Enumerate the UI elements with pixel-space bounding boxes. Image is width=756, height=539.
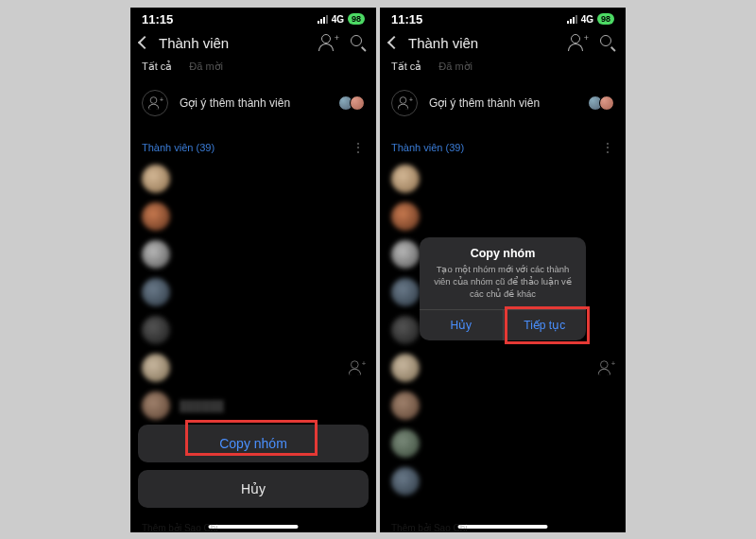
avatar [391, 240, 420, 269]
status-right: 4G 98 [567, 13, 614, 25]
tabs: Tất cả Đã mời [380, 61, 626, 80]
list-item[interactable] [391, 462, 614, 500]
footer-hint: Thêm bởi Sao Chi [142, 523, 217, 532]
add-friend-icon[interactable]: + [598, 360, 612, 374]
suggest-icon: + [142, 90, 168, 116]
suggest-label: Gợi ý thêm thành viên [429, 96, 576, 110]
add-friend-icon[interactable]: + [349, 360, 363, 374]
header: Thành viên + [130, 28, 376, 61]
avatar [142, 391, 170, 420]
avatar [391, 467, 420, 496]
header: Thành viên + [380, 28, 626, 61]
status-right: 4G 98 [318, 13, 365, 25]
suggest-icon: + [391, 90, 418, 116]
tabs: Tất cả Đã mời [130, 61, 376, 80]
dialog-cancel-button[interactable]: Hủy [420, 310, 503, 340]
network-label: 4G [581, 14, 593, 25]
tab-all[interactable]: Tất cả [142, 61, 172, 73]
back-icon[interactable] [138, 36, 151, 49]
suggest-avatars [588, 96, 614, 111]
status-bar: 11:15 4G 98 [130, 8, 376, 28]
avatar [391, 165, 420, 193]
members-section-header: Thành viên (39) ⋮ [130, 131, 376, 160]
list-item[interactable] [391, 198, 614, 235]
cancel-button[interactable]: Hủy [138, 470, 369, 508]
list-item[interactable] [142, 273, 365, 311]
list-item[interactable] [142, 160, 365, 198]
list-item[interactable] [142, 198, 365, 235]
bottom-action-sheet: Copy nhóm Hủy [138, 425, 369, 515]
list-item[interactable] [391, 425, 614, 462]
avatar [142, 354, 170, 382]
avatar [391, 278, 420, 306]
home-indicator[interactable] [458, 525, 548, 529]
phone-screen-left: 11:15 4G 98 Thành viên + Tất cả Đã mời +… [130, 8, 376, 532]
more-icon[interactable]: ⋮ [352, 141, 365, 154]
avatar [350, 96, 365, 111]
member-list: + ██████ [130, 160, 376, 425]
copy-group-button[interactable]: Copy nhóm [138, 425, 369, 462]
search-icon[interactable] [599, 34, 616, 51]
signal-icon [567, 15, 577, 24]
suggest-members-row[interactable]: + Gợi ý thêm thành viên [130, 80, 376, 131]
status-bar: 11:15 4G 98 [380, 8, 626, 28]
battery-badge: 98 [597, 13, 614, 25]
more-icon[interactable]: ⋮ [601, 141, 614, 154]
phone-screen-right: 11:15 4G 98 Thành viên + Tất cả Đã mời +… [380, 8, 626, 532]
avatar [391, 429, 420, 458]
list-item[interactable] [391, 160, 614, 198]
avatar [391, 316, 420, 344]
copy-group-dialog: Copy nhóm Tạo một nhóm mới với các thành… [420, 237, 586, 340]
avatar [142, 202, 170, 231]
members-count-label: Thành viên (39) [391, 142, 464, 153]
page-title: Thành viên [159, 35, 310, 51]
avatar [142, 165, 170, 193]
avatar [142, 240, 170, 269]
dialog-continue-button[interactable]: Tiếp tục [503, 310, 587, 340]
list-item[interactable]: + [142, 349, 365, 387]
members-count-label: Thành viên (39) [142, 142, 215, 153]
list-item[interactable] [391, 387, 614, 425]
network-label: 4G [332, 14, 344, 25]
avatar [391, 391, 420, 420]
search-icon[interactable] [350, 34, 367, 51]
tab-invited[interactable]: Đã mời [438, 61, 472, 73]
dialog-title: Copy nhóm [420, 237, 586, 264]
avatar [142, 278, 170, 306]
page-title: Thành viên [408, 35, 559, 51]
suggest-avatars [338, 96, 365, 111]
avatar [599, 96, 614, 111]
battery-badge: 98 [348, 13, 365, 25]
members-section-header: Thành viên (39) ⋮ [380, 131, 626, 160]
add-member-icon[interactable]: + [569, 34, 586, 51]
list-item[interactable] [142, 311, 365, 349]
back-icon[interactable] [387, 36, 401, 49]
list-item[interactable] [142, 235, 365, 273]
dialog-description: Tạo một nhóm mới với các thành viên của … [420, 264, 586, 309]
status-time: 11:15 [142, 12, 173, 26]
footer-hint: Thêm bởi Sao Chi [391, 523, 467, 532]
dialog-actions: Hủy Tiếp tục [420, 309, 586, 340]
avatar [391, 202, 420, 231]
home-indicator[interactable] [209, 525, 299, 529]
list-item[interactable]: + [391, 349, 614, 387]
tab-all[interactable]: Tất cả [391, 61, 421, 73]
avatar [391, 354, 420, 382]
signal-icon [318, 15, 328, 24]
member-name: ██████ [180, 400, 224, 411]
list-item[interactable]: ██████ [142, 387, 365, 425]
suggest-members-row[interactable]: + Gợi ý thêm thành viên [380, 80, 626, 131]
add-member-icon[interactable]: + [319, 34, 336, 51]
tab-invited[interactable]: Đã mời [189, 61, 223, 73]
status-time: 11:15 [391, 12, 422, 26]
avatar [142, 316, 170, 344]
suggest-label: Gợi ý thêm thành viên [180, 96, 327, 110]
